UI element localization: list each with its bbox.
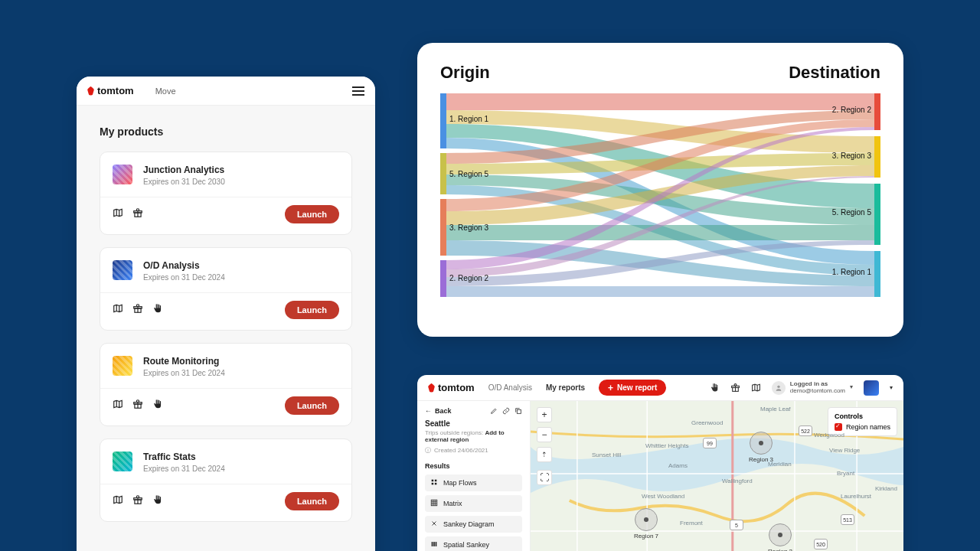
gift-icon[interactable] (730, 383, 740, 393)
gift-icon[interactable] (132, 303, 143, 317)
product-title: Junction Analytics (143, 165, 225, 175)
result-item[interactable]: Sankey Diagram (425, 516, 522, 533)
product-card: O/D AnalysisExpires on 31 Dec 2024Launch (100, 247, 352, 331)
launch-button[interactable]: Launch (285, 205, 339, 223)
sankey-chart: 1. Region 1 5. Region 5 3. Region 3 2. R… (440, 93, 880, 306)
map-label: Wallingford (722, 478, 753, 484)
svg-rect-25 (432, 542, 433, 546)
new-report-button[interactable]: + New report (599, 380, 666, 396)
product-expiry: Expires on 31 Dec 2030 (143, 178, 225, 186)
destination-heading: Destination (789, 63, 880, 83)
map-label: Whittier Heights (645, 442, 688, 449)
map-canvas[interactable]: + − ⇡ ⛶ Controls Region names Maple Leaf… (531, 401, 903, 551)
dest-label: 3. Region 3 (832, 152, 871, 160)
launch-button[interactable]: Launch (285, 492, 339, 510)
hand-icon[interactable] (152, 399, 163, 412)
svg-rect-23 (435, 483, 437, 485)
svg-rect-26 (433, 542, 435, 546)
route-shield: 513 (841, 514, 854, 525)
result-item[interactable]: Spatial Sankey (425, 536, 522, 551)
map-label: View Ridge (829, 447, 860, 454)
brand-text: tomtom (97, 85, 134, 96)
map-label: Fremont (680, 520, 703, 527)
product-card: Junction AnalyticsExpires on 31 Dec 2030… (100, 152, 352, 235)
zoom-in-button[interactable]: + (537, 407, 552, 422)
map-icon[interactable] (751, 383, 761, 393)
map-label: Maple Leaf (760, 406, 791, 412)
gift-icon[interactable] (132, 494, 143, 508)
map-label: Sunset Hill (592, 452, 621, 458)
svg-rect-24 (431, 500, 437, 506)
info-icon: ⓘ (425, 446, 431, 455)
map-icon[interactable] (113, 207, 123, 221)
menu-icon[interactable] (352, 86, 364, 96)
north-button[interactable]: ⇡ (537, 447, 552, 462)
origin-label: 1. Region 1 (449, 115, 488, 123)
app-switcher[interactable] (864, 380, 879, 396)
svg-rect-15 (874, 251, 880, 297)
avatar-icon (772, 381, 786, 395)
product-card: Traffic StatsExpires on 31 Dec 2024Launc… (100, 439, 352, 522)
map-label: Kirkland (875, 485, 897, 492)
mobile-body: My products Junction AnalyticsExpires on… (77, 106, 375, 551)
link-icon[interactable] (502, 407, 510, 415)
copy-icon[interactable] (514, 407, 522, 415)
product-card: Route MonitoringExpires on 31 Dec 2024La… (100, 343, 352, 426)
chevron-down-icon: ▾ (890, 384, 893, 391)
region-marker[interactable]: Region 3 (749, 432, 773, 463)
brand-logo[interactable]: tomtom (87, 85, 134, 96)
launch-button[interactable]: Launch (285, 396, 339, 415)
nav-move[interactable]: Move (155, 86, 176, 96)
product-title: O/D Analysis (143, 260, 225, 271)
map-label: Adams (668, 462, 688, 469)
fullscreen-button[interactable]: ⛶ (537, 470, 552, 485)
result-icon (430, 499, 438, 508)
gift-icon[interactable] (132, 399, 143, 412)
map-icon[interactable] (113, 399, 123, 412)
sidebar: ← Back Seattle Trips outside regions: Ad… (417, 401, 531, 551)
tab-my-reports[interactable]: My reports (546, 383, 585, 392)
route-shield: 522 (799, 425, 812, 436)
dest-label: 2. Region 2 (832, 106, 871, 114)
map-label: West Woodland (642, 493, 684, 500)
user-menu[interactable]: Logged in as demo@tomtom.com ▾ (772, 381, 853, 395)
results-heading: Results (425, 462, 522, 470)
hand-icon[interactable] (152, 303, 163, 317)
region-marker[interactable]: Region 2 (768, 523, 792, 551)
mobile-header: tomtom Move (77, 77, 375, 106)
product-title: Traffic Stats (143, 452, 225, 462)
map-label: Laurelhurst (841, 493, 871, 500)
svg-rect-12 (874, 93, 880, 130)
product-expiry: Expires on 31 Dec 2024 (143, 465, 225, 473)
svg-rect-19 (517, 409, 521, 413)
region-marker[interactable]: Region 7 (634, 508, 658, 540)
product-icon (113, 260, 132, 280)
chevron-down-icon: ▾ (850, 384, 853, 391)
region-names-toggle[interactable]: Region names (835, 423, 890, 431)
zoom-controls: + − ⇡ ⛶ (537, 407, 552, 485)
map-icon[interactable] (113, 494, 123, 508)
hand-icon[interactable] (152, 494, 163, 508)
svg-rect-14 (874, 184, 880, 245)
map-label: Wedgwood (814, 432, 844, 439)
pin-icon (428, 383, 435, 393)
svg-rect-11 (440, 260, 446, 297)
brand-logo[interactable]: tomtom (428, 382, 475, 393)
result-item[interactable]: Matrix (425, 495, 522, 512)
map-icon[interactable] (113, 303, 123, 317)
dest-label: 1. Region 1 (832, 268, 871, 276)
zoom-out-button[interactable]: − (537, 427, 552, 442)
result-item[interactable]: Map Flows (425, 474, 522, 491)
gift-icon[interactable] (132, 207, 143, 221)
result-icon (430, 478, 438, 487)
edit-icon[interactable] (490, 407, 498, 415)
origin-label: 5. Region 5 (449, 170, 488, 178)
dest-label: 5. Region 5 (832, 208, 871, 217)
map-label: Greenwood (691, 419, 723, 426)
back-button[interactable]: ← Back (425, 407, 452, 415)
sankey-panel: Origin Destination (417, 43, 903, 337)
svg-rect-20 (432, 480, 434, 482)
hand-icon[interactable] (710, 383, 720, 393)
product-expiry: Expires on 31 Dec 2024 (143, 369, 225, 377)
launch-button[interactable]: Launch (285, 301, 339, 319)
